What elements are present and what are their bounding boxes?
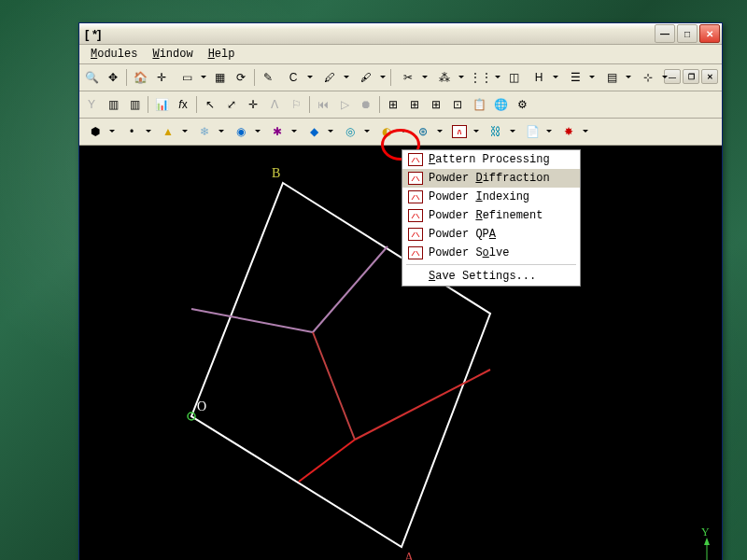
powder-icon: /\ bbox=[408, 172, 423, 185]
link-icon[interactable]: ⛓ bbox=[482, 121, 517, 142]
home-icon[interactable]: 🏠 bbox=[130, 67, 150, 88]
scatter-icon[interactable]: ⁂ bbox=[430, 67, 466, 88]
app-window: [ *] — □ ✕ Modules Window Help — ❐ ✕ 🔍 ✥… bbox=[78, 22, 723, 560]
burst-icon[interactable]: ✸ bbox=[555, 121, 590, 142]
target-icon[interactable]: ✛ bbox=[151, 67, 172, 88]
powder-icon: /\ bbox=[408, 228, 423, 241]
menu-powder-indexing[interactable]: /\ Powder Indexing bbox=[402, 188, 580, 206]
viewport-3d[interactable]: B A O Y bbox=[79, 146, 722, 560]
panel2-icon[interactable]: ▥ bbox=[124, 94, 145, 115]
edge-mid bbox=[313, 332, 355, 440]
join-icon[interactable]: ⊹ bbox=[634, 67, 669, 88]
menu-label: Powder QPA bbox=[429, 228, 496, 241]
cut-icon[interactable]: ✂ bbox=[394, 67, 430, 88]
h-tool-icon[interactable]: H bbox=[525, 67, 560, 88]
toolbar-row-1: 🔍 ✥ 🏠 ✛ ▭ ▦ ⟳ ✎ C 🖊 🖋 ✂ ⁂ ⋮⋮ ◫ H ☰ ▤ ⊹ bbox=[79, 64, 722, 91]
menu-save-settings[interactable]: Save Settings... bbox=[402, 267, 580, 286]
zoom-icon[interactable]: 🔍 bbox=[81, 67, 102, 88]
grid2-icon[interactable]: ⊞ bbox=[404, 94, 425, 115]
edge-red-2 bbox=[299, 440, 355, 482]
pen3-icon[interactable]: 🖋 bbox=[352, 67, 388, 88]
mdi-restore-button[interactable]: ❐ bbox=[683, 69, 699, 84]
note-icon[interactable]: 📄 bbox=[518, 121, 554, 142]
powder-dropdown-menu: /\ Pattern Processing /\ Powder Diffract… bbox=[402, 149, 581, 287]
copy-icon[interactable]: 📋 bbox=[469, 94, 489, 115]
dot-tool-icon[interactable]: • bbox=[118, 121, 153, 142]
flag-icon[interactable]: ⚐ bbox=[286, 94, 306, 115]
mdi-controls: — ❐ ✕ bbox=[664, 69, 718, 84]
peak-icon[interactable]: ᐱ bbox=[264, 94, 285, 115]
list-icon[interactable]: ☰ bbox=[561, 67, 597, 88]
expand-icon[interactable]: ⤢ bbox=[221, 94, 242, 115]
globe-icon[interactable]: 🌐 bbox=[490, 94, 511, 115]
orbit-icon[interactable]: ◎ bbox=[336, 121, 372, 142]
molecule-icon[interactable]: ⬢ bbox=[81, 121, 117, 142]
menu-help[interactable]: Help bbox=[201, 46, 243, 63]
dots-icon[interactable]: ⋮⋮ bbox=[467, 67, 502, 88]
gear-icon[interactable]: ⚙ bbox=[512, 94, 532, 115]
menu-modules[interactable]: Modules bbox=[83, 46, 145, 63]
pane-icon[interactable]: ◫ bbox=[503, 67, 524, 88]
menu-powder-diffraction[interactable]: /\ Powder Diffraction bbox=[402, 169, 580, 188]
y-tool-icon[interactable]: Y bbox=[81, 94, 102, 115]
axis-y-label: Y bbox=[701, 525, 710, 539]
pencil-icon[interactable]: ✎ bbox=[258, 67, 278, 88]
play-icon[interactable]: ▷ bbox=[334, 94, 355, 115]
menu-label: Powder Refinement bbox=[429, 209, 543, 222]
triangle-icon[interactable]: ▲ bbox=[154, 121, 190, 142]
window-controls: — □ ✕ bbox=[655, 24, 720, 43]
grid3-icon[interactable]: ⊞ bbox=[426, 94, 446, 115]
refresh-icon[interactable]: ⟳ bbox=[231, 67, 251, 88]
label-a: A bbox=[404, 551, 415, 560]
menu-separator bbox=[406, 264, 576, 265]
scene-svg: B A O Y bbox=[79, 146, 722, 560]
powder-icon: /\ bbox=[408, 190, 423, 203]
panel1-icon[interactable]: ▥ bbox=[103, 94, 123, 115]
grid-icon[interactable]: ▦ bbox=[209, 67, 230, 88]
mdi-close-button[interactable]: ✕ bbox=[701, 69, 718, 84]
menu-powder-solve[interactable]: /\ Powder Solve bbox=[402, 244, 580, 262]
rewind-icon[interactable]: ⏮ bbox=[313, 94, 333, 115]
menu-label: Powder Indexing bbox=[429, 190, 529, 203]
menu-powder-refinement[interactable]: /\ Powder Refinement bbox=[402, 206, 580, 225]
maximize-button[interactable]: □ bbox=[677, 24, 698, 43]
snow-icon[interactable]: ❄ bbox=[190, 121, 226, 142]
menu-powder-qpa[interactable]: /\ Powder QPA bbox=[402, 225, 580, 244]
window-title: [ *] bbox=[85, 27, 655, 41]
pen2-icon[interactable]: 🖊 bbox=[316, 67, 351, 88]
menu-label: Pattern Processing bbox=[429, 153, 550, 166]
move-icon[interactable]: ✥ bbox=[103, 67, 123, 88]
fx-icon[interactable]: fx bbox=[173, 94, 193, 115]
menu-pattern-processing[interactable]: /\ Pattern Processing bbox=[402, 150, 580, 169]
label-b: B bbox=[272, 166, 280, 180]
edge-red-1 bbox=[355, 370, 490, 440]
menu-label: Save Settings... bbox=[429, 270, 536, 283]
cross-icon[interactable]: ✛ bbox=[243, 94, 263, 115]
crystal-icon[interactable]: ◆ bbox=[300, 121, 335, 142]
powder-menu-button[interactable]: /\ bbox=[445, 121, 481, 142]
close-button[interactable]: ✕ bbox=[699, 24, 720, 43]
edge-purple-2 bbox=[313, 246, 388, 332]
stack-icon[interactable]: ▤ bbox=[598, 67, 633, 88]
cluster-icon[interactable]: ✱ bbox=[263, 121, 299, 142]
box-icon[interactable]: ▭ bbox=[173, 67, 208, 88]
grid4-icon[interactable]: ⊡ bbox=[447, 94, 468, 115]
toolbar-row-2: Y ▥ ▥ 📊 fx ↖ ⤢ ✛ ᐱ ⚐ ⏮ ▷ ⏺ ⊞ ⊞ ⊞ ⊡ 📋 🌐 ⚙ bbox=[79, 91, 722, 119]
chart-icon[interactable]: 📊 bbox=[151, 94, 172, 115]
label-o: O bbox=[197, 399, 206, 413]
powder-icon: /\ bbox=[408, 209, 423, 222]
minimize-button[interactable]: — bbox=[655, 24, 675, 43]
menubar: Modules Window Help — ❐ ✕ bbox=[79, 45, 722, 64]
c-tool-icon[interactable]: C bbox=[279, 67, 315, 88]
spiral-icon[interactable]: ◉ bbox=[227, 121, 262, 142]
atom-icon[interactable]: ⊛ bbox=[409, 121, 444, 142]
titlebar: [ *] — □ ✕ bbox=[79, 23, 722, 45]
drop-icon[interactable]: ◐ bbox=[373, 121, 408, 142]
pointer-icon[interactable]: ↖ bbox=[200, 94, 220, 115]
grid1-icon[interactable]: ⊞ bbox=[383, 94, 403, 115]
record-icon[interactable]: ⏺ bbox=[356, 94, 376, 115]
edge-purple-1 bbox=[191, 309, 313, 332]
menu-label: Powder Diffraction bbox=[429, 172, 550, 185]
menu-window[interactable]: Window bbox=[145, 46, 200, 63]
powder-icon: /\ bbox=[452, 125, 467, 138]
